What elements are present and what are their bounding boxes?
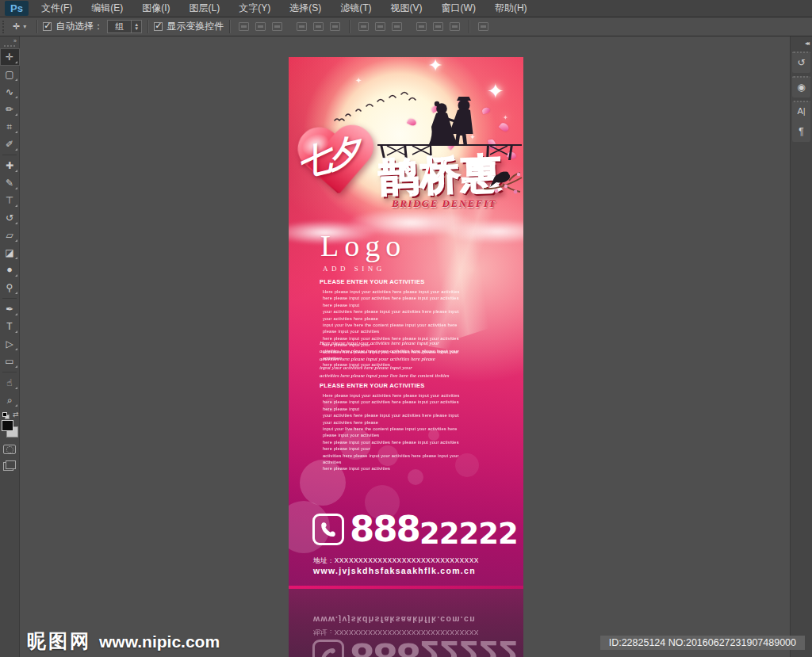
auto-select-checkbox[interactable] bbox=[43, 22, 52, 31]
eraser-tool[interactable]: ▱ bbox=[0, 227, 20, 244]
menu-item-edit[interactable]: 编辑(E) bbox=[82, 2, 132, 15]
magpie-branch-decoration bbox=[482, 165, 523, 201]
poster-artwork[interactable]: ✦ ✦ ✦ ✦ ✦ ✦ bbox=[289, 57, 523, 589]
menu-item-layer[interactable]: 图层(L) bbox=[180, 2, 230, 15]
blur-tool-icon: ⚫ bbox=[6, 265, 13, 276]
distribute-vertical-centers-icon[interactable] bbox=[374, 21, 386, 32]
phone-contact-row: 888 22222 bbox=[312, 514, 518, 548]
dock-collapse-icon[interactable]: ◂◂ bbox=[791, 36, 812, 48]
marquee-tool-icon: ▢ bbox=[5, 69, 13, 80]
phone-icon bbox=[312, 514, 344, 545]
bokeh-decoration bbox=[377, 445, 398, 466]
brush-tool-icon: ✎ bbox=[6, 178, 13, 189]
zoom-tool-icon: ⌕ bbox=[7, 395, 13, 406]
script-line: activities here please input your live h… bbox=[320, 372, 467, 380]
bokeh-decoration bbox=[408, 469, 423, 485]
bokeh-decoration bbox=[300, 460, 346, 506]
default-colors-icon[interactable] bbox=[2, 412, 7, 417]
distribute-left-icon[interactable] bbox=[416, 21, 427, 32]
options-separator bbox=[36, 20, 37, 33]
type-tool[interactable]: T bbox=[0, 318, 20, 335]
align-horizontal-centers-icon[interactable] bbox=[312, 21, 324, 32]
distribute-bottom-icon[interactable] bbox=[391, 21, 403, 32]
quick-mask-button[interactable] bbox=[3, 445, 16, 454]
menu-item-select[interactable]: 选择(S) bbox=[280, 2, 331, 15]
options-separator bbox=[349, 20, 350, 33]
move-tool[interactable]: ✛ bbox=[0, 48, 20, 66]
phone-number-rest: 22222 bbox=[419, 519, 518, 548]
image-id-badge: ID:22825124 NO:20160627231907489000 bbox=[600, 636, 805, 650]
history-brush-tool[interactable]: ↺ bbox=[0, 209, 20, 227]
reflection-phone-main: 888 bbox=[350, 640, 419, 657]
activities-line: input your live here the content please … bbox=[320, 322, 467, 335]
path-selection-tool[interactable]: ▷ bbox=[0, 335, 20, 353]
blur-tool[interactable]: ⚫ bbox=[0, 262, 20, 279]
tools-divider bbox=[2, 372, 17, 372]
reflection-phone-icon bbox=[312, 640, 344, 657]
activities-line: here please input your activities here p… bbox=[320, 399, 467, 412]
menu-item-window[interactable]: 窗口(W) bbox=[432, 2, 485, 15]
lasso-tool[interactable]: ∿ bbox=[0, 83, 20, 101]
distribute-horizontal-centers-icon[interactable] bbox=[432, 21, 444, 32]
distribute-right-icon[interactable] bbox=[449, 21, 461, 32]
pen-tool-icon: ✒ bbox=[6, 304, 13, 315]
menu-item-view[interactable]: 视图(V) bbox=[381, 2, 432, 15]
menu-item-filter[interactable]: 滤镜(T) bbox=[331, 2, 381, 15]
align-left-edges-icon[interactable] bbox=[296, 21, 308, 32]
auto-select-dropdown[interactable]: 组 ▲ ▼ bbox=[107, 20, 142, 33]
align-vertical-centers-icon[interactable] bbox=[255, 21, 266, 32]
swap-colors-icon[interactable]: ⇄ bbox=[13, 411, 19, 418]
poster-reflection: www.jvjskdhsfaksaakhflk.com.cn 地址：XXXXXX… bbox=[289, 589, 523, 657]
align-right-edges-icon[interactable] bbox=[329, 21, 341, 32]
align-bottom-edges-icon[interactable] bbox=[271, 21, 283, 32]
quick-selection-tool-icon: ✏ bbox=[6, 104, 13, 115]
hand-tool[interactable]: ☝ bbox=[0, 374, 20, 392]
bokeh-decoration bbox=[324, 398, 338, 412]
history-brush-tool-icon: ↺ bbox=[6, 212, 13, 223]
show-transform-controls-checkbox[interactable] bbox=[154, 22, 163, 31]
eyedropper-tool[interactable]: ✐ bbox=[0, 136, 20, 153]
tools-expand-icon[interactable]: » bbox=[10, 36, 19, 44]
menu-item-help[interactable]: 帮助(H) bbox=[485, 2, 537, 15]
activities-heading: PLEASE ENTER YOUR ACTIVITIES bbox=[320, 278, 467, 285]
screen-mode-button[interactable] bbox=[3, 460, 16, 471]
zoom-tool[interactable]: ⌕ bbox=[0, 392, 20, 409]
brush-tool[interactable]: ✎ bbox=[0, 174, 20, 192]
tools-panel: » ✛ ▢ ∿ ✏ ⌗ ✐ ✚ ✎ ⊤ ↺ ▱ ◪ ⚫ ⚲ ✒ T ▷ ▭ ☝ … bbox=[0, 36, 20, 657]
stepper-down-icon[interactable]: ▼ bbox=[134, 27, 139, 31]
sparkle-icon: ✦ bbox=[355, 76, 362, 85]
character-panel-icon[interactable]: A| bbox=[797, 107, 805, 116]
gradient-tool[interactable]: ◪ bbox=[0, 244, 20, 262]
pen-tool[interactable]: ✒ bbox=[0, 300, 20, 318]
reflection-website: www.jvjskdhsfaksaakhflk.com.cn bbox=[313, 615, 476, 625]
dodge-tool[interactable]: ⚲ bbox=[0, 279, 20, 296]
activities-heading: PLEASE ENTER YOUR ACTIVITIES bbox=[320, 382, 467, 389]
panel-dock: ◂◂ ↺ ◉ A| ¶ bbox=[790, 36, 812, 657]
menu-item-image[interactable]: 图像(I) bbox=[132, 2, 179, 15]
activities-line: Here please input your activities here p… bbox=[320, 392, 467, 399]
sparkle-icon: ✦ bbox=[428, 57, 442, 76]
clone-stamp-tool-icon: ⊤ bbox=[6, 195, 13, 206]
script-text-block: Here please input your activities here p… bbox=[320, 339, 467, 380]
menu-item-type[interactable]: 文字(Y) bbox=[229, 2, 280, 15]
healing-brush-tool[interactable]: ✚ bbox=[0, 157, 20, 174]
tool-preset-caret-icon[interactable]: ▾ bbox=[23, 23, 26, 30]
foreground-color-swatch[interactable] bbox=[2, 420, 13, 431]
photoshop-logo: Ps bbox=[5, 1, 29, 16]
quick-selection-tool[interactable]: ✏ bbox=[0, 101, 20, 118]
rectangle-tool[interactable]: ▭ bbox=[0, 353, 20, 370]
script-line: input your activities here please input … bbox=[320, 364, 467, 372]
paragraph-panel-icon[interactable]: ¶ bbox=[799, 127, 803, 136]
crop-tool[interactable]: ⌗ bbox=[0, 118, 20, 136]
auto-align-layers-icon[interactable] bbox=[477, 21, 489, 32]
distribute-top-icon[interactable] bbox=[358, 21, 370, 32]
menu-item-file[interactable]: 文件(F) bbox=[32, 2, 82, 15]
dropdown-stepper-icon[interactable]: ▲ ▼ bbox=[131, 21, 141, 32]
rectangular-marquee-tool[interactable]: ▢ bbox=[0, 66, 20, 83]
bokeh-decoration bbox=[428, 430, 439, 441]
clone-stamp-tool[interactable]: ⊤ bbox=[0, 192, 20, 209]
history-panel-icon[interactable]: ↺ bbox=[797, 58, 805, 67]
adjustments-panel-icon[interactable]: ◉ bbox=[797, 82, 805, 92]
script-line: activities here please input your activi… bbox=[320, 355, 467, 363]
align-top-edges-icon[interactable] bbox=[238, 21, 250, 32]
